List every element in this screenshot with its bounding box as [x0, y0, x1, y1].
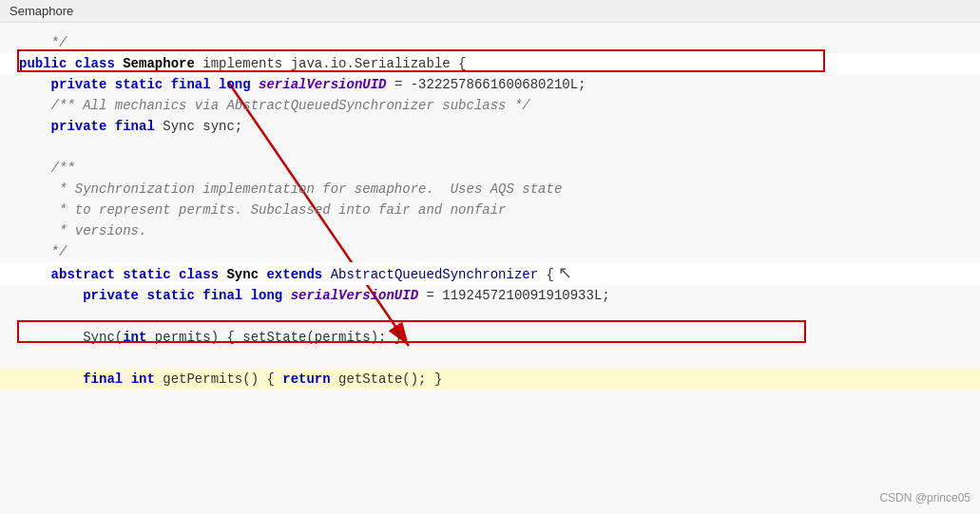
code-line: final int getPermits() { return getState… [0, 369, 980, 390]
code-text: */ [19, 241, 67, 262]
code-text: * to represent permits. Subclassed into … [19, 200, 506, 220]
code-line: public class Semaphore implements java.i… [0, 53, 980, 74]
code-line: * to represent permits. Subclassed into … [0, 200, 980, 220]
code-text: = 1192457210091910933L; [418, 285, 610, 306]
title-bar: Semaphore [0, 0, 980, 23]
code-text: AbstractQueuedSynchronizer [331, 264, 538, 285]
code-line [0, 137, 980, 158]
watermark: CSDN @prince05 [879, 491, 970, 504]
code-line: private final Sync sync; [0, 116, 980, 137]
code-text: private static final [19, 74, 219, 95]
code-line: private static final long serialVersionU… [0, 285, 980, 306]
code-line: * Synchronization implementation for sem… [0, 179, 980, 200]
code-text: public class [19, 53, 123, 74]
code-line: abstract static class Sync extends Abstr… [0, 262, 980, 285]
code-line: Sync(int permits) { setState(permits); } [0, 327, 980, 348]
code-text: serialVersionUID [259, 74, 386, 95]
code-text: Sync sync; [163, 116, 242, 137]
code-text: /** [19, 158, 75, 179]
code-text: final [19, 369, 131, 390]
code-text: serialVersionUID [291, 285, 418, 306]
code-text: private final [19, 116, 163, 137]
code-text: Semaphore [123, 53, 195, 74]
window-title: Semaphore [10, 4, 73, 18]
code-text: Sync( [19, 327, 123, 348]
code-line: */ [0, 241, 980, 262]
code-line [0, 306, 980, 327]
code-text: Sync [226, 264, 266, 285]
code-container: */ public class Semaphore implements jav… [0, 23, 980, 510]
code-text: * Synchronization implementation for sem… [19, 179, 562, 200]
code-line: /** All mechanics via AbstractQueuedSync… [0, 95, 980, 116]
code-text: implements java.io.Serializable { [195, 53, 467, 74]
code-line: /** [0, 158, 980, 179]
code-line: private static final long serialVersionU… [0, 74, 980, 95]
code-text: long [251, 285, 291, 306]
code-text: */ [19, 32, 67, 53]
code-line: */ [0, 32, 980, 53]
code-text: private static final [19, 285, 251, 306]
code-text: int [123, 327, 155, 348]
code-text: long [219, 74, 259, 95]
code-text: permits) { setState(permits); } [155, 327, 402, 348]
code-text: return [282, 369, 338, 390]
code-text: /** All mechanics via AbstractQueuedSync… [19, 95, 530, 116]
code-text: abstract static class [19, 264, 226, 285]
code-text: int [131, 369, 163, 390]
code-text: getState(); } [338, 369, 442, 390]
code-text: * versions. [19, 220, 146, 241]
code-text: { [538, 264, 554, 285]
code-text: = -3222578661600680210L; [386, 74, 586, 95]
code-line: * versions. [0, 220, 980, 241]
cursor-icon: ↖ [558, 262, 572, 283]
code-line [0, 348, 980, 369]
code-text: getPermits() { [163, 369, 282, 390]
code-text: extends [266, 264, 330, 285]
